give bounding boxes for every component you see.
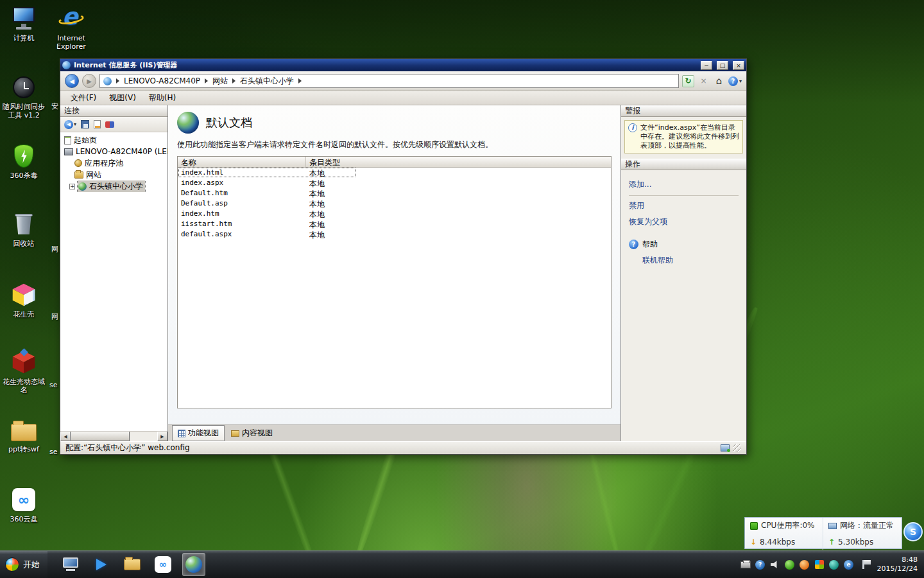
tab-features-view[interactable]: 功能视图 xyxy=(172,425,225,441)
breadcrumb-site[interactable]: 石头镇中心小学 xyxy=(240,76,294,87)
taskbar-item-computer[interactable] xyxy=(59,553,82,576)
list-row[interactable]: Default.htm 本地 xyxy=(178,188,611,198)
close-button[interactable]: × xyxy=(733,61,744,70)
download-speed-cell: ↓ 8.44kbps xyxy=(745,534,823,550)
desktop-icon-huashengke[interactable]: 花生壳 xyxy=(0,281,47,319)
menu-help[interactable]: 帮助(H) xyxy=(144,91,181,105)
feature-pane: 默认文档 使用此功能指定当客户端未请求特定文件名时返回的默认文件。按优先级顺序设… xyxy=(168,105,620,441)
list-row[interactable]: index.html 本地 xyxy=(178,168,611,178)
tree-item-app-pools[interactable]: 应用程序池 xyxy=(60,157,167,169)
selected-site[interactable]: 石头镇中心小学 xyxy=(78,180,145,192)
minimize-button[interactable]: ─ xyxy=(701,61,712,70)
desktop-icon-360-cloud[interactable]: ∞ 360云盘 xyxy=(0,486,47,523)
revert-to-parent-link[interactable]: 恢复为父项 xyxy=(629,216,739,227)
tree-item-sites[interactable]: 网站 xyxy=(60,169,167,180)
clock-tool-icon xyxy=(10,74,37,101)
ie-tray-icon[interactable]: e xyxy=(844,559,854,570)
scroll-right-icon[interactable]: ▶ xyxy=(157,432,167,441)
upload-speed-text: 5.30kbps xyxy=(838,538,873,547)
taskbar-item-iis-manager[interactable] xyxy=(182,553,205,576)
save-connections-icon[interactable] xyxy=(81,120,89,128)
breadcrumb[interactable]: LENOVO-A82CM40P 网站 石头镇中心小学 xyxy=(99,74,679,88)
network-flag-tray-icon[interactable] xyxy=(859,559,869,570)
windows-security-tray-icon[interactable] xyxy=(814,559,825,570)
menu-view[interactable]: 视图(V) xyxy=(104,91,141,105)
home-icon[interactable]: ⌂ xyxy=(713,75,725,87)
taskbar-item-explorer[interactable] xyxy=(121,553,144,576)
list-row[interactable]: index.aspx 本地 xyxy=(178,178,611,188)
default-document-icon xyxy=(177,112,199,134)
connections-back-button[interactable]: ◀ ▾ xyxy=(64,120,76,129)
desktop-icon-huashengke-ddns[interactable]: 花生壳动态域名 xyxy=(0,349,47,394)
desktop-icon-360-antivirus[interactable]: 360杀毒 xyxy=(0,143,47,180)
taskbar-item-360-cloud[interactable]: ∞ xyxy=(151,553,175,576)
cell-entry-type: 本地 xyxy=(306,178,611,188)
desktop-icon-sync-tool[interactable]: 随风时间同步工具 v1.2 xyxy=(0,74,47,119)
status-text: 配置:“石头镇中心小学” web.config xyxy=(65,442,190,453)
tree-item-site[interactable]: + 石头镇中心小学 xyxy=(60,180,167,192)
scrollbar-track[interactable] xyxy=(71,432,157,441)
hidden-icon-label-fragment: se xyxy=(49,448,58,456)
help-link[interactable]: ? 帮助 xyxy=(629,239,739,250)
desktop-icon-recycle-bin[interactable]: 回收站 xyxy=(0,211,47,248)
breadcrumb-server[interactable]: LENOVO-A82CM40P xyxy=(124,76,200,85)
blue-arrow-icon xyxy=(96,559,107,570)
tab-content-view[interactable]: 内容视图 xyxy=(226,426,278,441)
desktop-icon-label: 回收站 xyxy=(0,240,47,248)
list-row[interactable]: iisstart.htm 本地 xyxy=(178,219,611,229)
scrollbar-thumb[interactable] xyxy=(71,432,130,441)
forward-button[interactable]: ▶ xyxy=(82,74,96,88)
column-header-name[interactable]: 名称 xyxy=(178,157,306,167)
taskbar-clock[interactable]: 8:48 2015/12/24 xyxy=(877,556,918,574)
connections-plug-icon[interactable] xyxy=(105,121,114,128)
network-monitor-widget[interactable]: CPU使用率:0% 网络：流量正常 ↓ 8.44kbps ↑ 5.30kbps xyxy=(744,517,902,549)
taskbar-item-launcher[interactable] xyxy=(90,553,113,576)
desktop-icon-label: 花生壳动态域名 xyxy=(0,378,47,394)
column-header-entry-type[interactable]: 条目类型 xyxy=(306,157,611,167)
upload-arrow-icon: ↑ xyxy=(828,538,835,547)
green-shield-tray-icon[interactable] xyxy=(785,559,795,570)
view-tab-bar: 功能视图 内容视图 xyxy=(168,425,620,441)
edit-page-icon[interactable] xyxy=(94,120,101,128)
expand-icon[interactable]: + xyxy=(69,184,75,189)
help-menu-button[interactable]: ? ▾ xyxy=(728,76,742,86)
breadcrumb-sites[interactable]: 网站 xyxy=(212,76,228,87)
tree-item-server[interactable]: LENOVO-A82CM40P (LENOVO-A8 xyxy=(60,146,167,157)
start-button[interactable]: 开始 xyxy=(0,551,47,578)
resize-grip[interactable] xyxy=(733,444,741,452)
menu-file[interactable]: 文件(F) xyxy=(65,91,101,105)
desktop-icon-label: 花生壳 xyxy=(0,310,47,319)
add-action-link[interactable]: 添加... xyxy=(629,179,739,190)
desktop-icon-ppt2swf[interactable]: ppt转swf xyxy=(0,416,47,453)
site-globe-icon xyxy=(78,182,87,191)
actions-divider xyxy=(629,195,739,196)
floating-ball-icon[interactable]: S xyxy=(903,522,923,541)
desktop-icon-computer[interactable]: 计算机 xyxy=(0,5,47,42)
tree-item-start-page[interactable]: 起始页 xyxy=(60,134,167,146)
title-bar[interactable]: Internet 信息服务 (IIS)管理器 ─ □ × xyxy=(60,59,746,71)
iis-manager-window: Internet 信息服务 (IIS)管理器 ─ □ × ◀ ▶ LENOVO-… xyxy=(60,58,747,455)
hidden-icon-label-fragment: 网 xyxy=(51,312,58,322)
alerts-header: 警报 xyxy=(621,105,746,117)
list-row[interactable]: Default.asp 本地 xyxy=(178,198,611,209)
refresh-icon[interactable]: ↻ xyxy=(682,75,694,87)
list-row[interactable]: default.aspx 本地 xyxy=(178,229,611,240)
horizontal-scrollbar[interactable]: ◀ ▶ xyxy=(60,431,167,441)
list-row[interactable]: index.htm 本地 xyxy=(178,209,611,219)
printer-tray-icon[interactable] xyxy=(740,559,751,570)
teal-tray-icon[interactable] xyxy=(829,559,839,570)
online-help-link[interactable]: 联机帮助 xyxy=(642,255,739,266)
scroll-left-icon[interactable]: ◀ xyxy=(60,432,71,441)
orange-tray-icon[interactable] xyxy=(800,559,810,570)
hidden-icon-label-fragment: se xyxy=(49,381,58,389)
desktop-icon-internet-explorer[interactable]: e Internet Explorer xyxy=(47,5,95,51)
help-tray-icon[interactable]: ? xyxy=(755,559,766,570)
windows-orb-icon xyxy=(5,557,19,572)
disable-action-link[interactable]: 禁用 xyxy=(629,200,739,211)
back-button[interactable]: ◀ xyxy=(65,74,79,88)
volume-tray-icon[interactable] xyxy=(770,559,780,570)
maximize-button[interactable]: □ xyxy=(717,61,728,70)
tree-item-label: LENOVO-A82CM40P (LENOVO-A8 xyxy=(76,147,167,156)
network-icon xyxy=(828,523,837,529)
stop-icon[interactable]: × xyxy=(697,75,710,87)
